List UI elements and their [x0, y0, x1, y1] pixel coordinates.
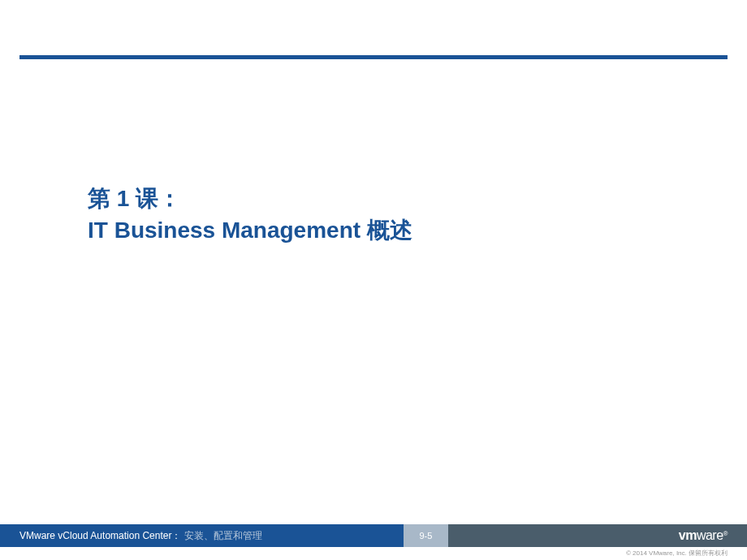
copyright-text: © 2014 VMware, Inc. 保留所有权利 [626, 549, 728, 558]
slide-title-block: 第 1 课： IT Business Management 概述 [88, 183, 698, 246]
logo-ware: ware [697, 528, 723, 542]
course-name: VMware vCloud Automation Center： [19, 529, 181, 543]
footer-logo-section: vmware® [448, 524, 747, 547]
page-number: 9-5 [419, 531, 432, 541]
vmware-logo: vmware® [679, 528, 728, 543]
title-line-1: 第 1 课： [88, 183, 698, 214]
logo-reg: ® [723, 530, 728, 537]
logo-vm: vm [679, 528, 697, 542]
course-suffix: 安装、配置和管理 [184, 529, 262, 543]
footer-page-number: 9-5 [404, 524, 448, 547]
footer-course-title: VMware vCloud Automation Center： 安装、配置和管… [0, 524, 404, 547]
title-line-2: IT Business Management 概述 [88, 214, 698, 246]
header-divider [19, 55, 728, 59]
footer-bar: VMware vCloud Automation Center： 安装、配置和管… [0, 524, 747, 547]
